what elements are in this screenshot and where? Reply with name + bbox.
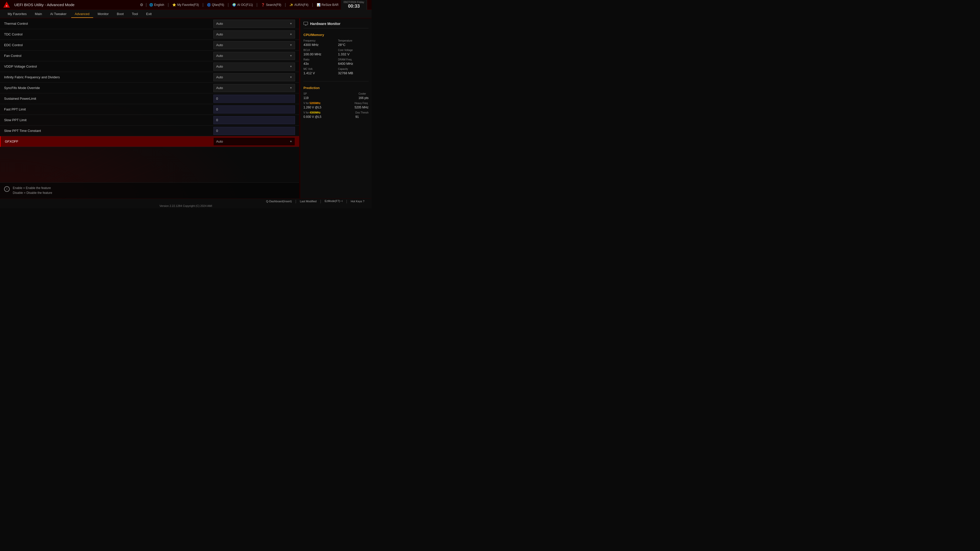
setting-label-slow-ppt-time: Slow PPT Time Constant xyxy=(4,129,213,133)
setting-control-thermal-control[interactable]: Auto ▼ xyxy=(213,20,295,28)
setting-label-tdc-control: TDC Control xyxy=(4,32,213,36)
dropdown-fan-control[interactable]: Auto ▼ xyxy=(213,52,295,60)
setting-control-vddp-voltage[interactable]: Auto ▼ xyxy=(213,62,295,71)
time-display: 00:33 xyxy=(348,3,360,9)
input-sustained-powerlimit[interactable]: 0 xyxy=(213,95,295,103)
setting-row-infinity-fabric[interactable]: Infinity Fabric Frequency and Dividers A… xyxy=(0,72,299,83)
date-display: 09/27/2024 Friday xyxy=(344,1,364,3)
input-slow-ppt-time[interactable]: 0 xyxy=(213,127,295,135)
nav-exit[interactable]: Exit xyxy=(142,11,155,17)
setting-row-sustained-powerlimit[interactable]: Sustained PowerLimit 0 xyxy=(0,94,299,104)
nav-advanced[interactable]: Advanced xyxy=(71,11,93,18)
toolbar-english[interactable]: 🌐 English xyxy=(149,3,164,6)
setting-row-fan-control[interactable]: Fan Control Auto ▼ xyxy=(0,51,299,61)
toolbar-my-favorite[interactable]: ⭐ My Favorite(F3) xyxy=(172,3,199,6)
status-bar-top: Q-Dashboard(Insert) | Last Modified | Ez… xyxy=(0,199,372,203)
setting-control-syncfifo[interactable]: Auto ▼ xyxy=(213,84,295,92)
nav-tool[interactable]: Tool xyxy=(128,11,142,17)
hw-core-voltage: Core Voltage 1.332 V xyxy=(338,49,369,56)
nav-monitor[interactable]: Monitor xyxy=(94,11,112,17)
setting-control-edc-control[interactable]: Auto ▼ xyxy=(213,41,295,49)
hw-monitor-panel: Hardware Monitor CPU/Memory Frequency 43… xyxy=(300,18,372,198)
setting-control-sustained-powerlimit[interactable]: 0 xyxy=(213,95,295,103)
star-icon: ⭐ xyxy=(172,3,176,6)
dropdown-gfxoff[interactable]: Auto ▼ xyxy=(213,138,295,146)
info-box: i Enable = Enable the feature Disable = … xyxy=(0,183,299,198)
dropdown-syncfifo[interactable]: Auto ▼ xyxy=(213,84,295,92)
status-bar: Q-Dashboard(Insert) | Last Modified | Ez… xyxy=(0,198,372,208)
setting-label-infinity-fabric: Infinity Fabric Frequency and Dividers xyxy=(4,75,213,79)
hw-cpu-memory-title: CPU/Memory xyxy=(304,33,369,37)
setting-row-thermal-control[interactable]: Thermal Control Auto ▼ xyxy=(0,18,299,29)
dropdown-vddp-voltage[interactable]: Auto ▼ xyxy=(213,62,295,71)
settings-icon[interactable]: ⚙ xyxy=(140,3,143,7)
pred-row-v5205: V for 5205MHz 1.260 V @L5 Heavy Freq 520… xyxy=(304,102,369,109)
status-hot-keys[interactable]: Hot Keys ? xyxy=(348,200,368,203)
ai-icon: 🌍 xyxy=(232,3,236,6)
version-text: Version 2.22.1284 Copyright (C) 2024 AMI xyxy=(159,204,212,207)
svg-text:R: R xyxy=(6,5,7,7)
toolbar-ai-oc[interactable]: 🌍 AI OC(F11) xyxy=(232,3,253,6)
dropdown-tdc-control[interactable]: Auto ▼ xyxy=(213,30,295,38)
setting-row-vddp-voltage[interactable]: VDDP Voltage Control Auto ▼ xyxy=(0,61,299,72)
fan-icon: 🌀 xyxy=(207,3,211,6)
setting-label-gfxoff: GFXOFF xyxy=(5,140,213,143)
setting-label-sustained-powerlimit: Sustained PowerLimit xyxy=(4,97,213,100)
top-bar: R UEFI BIOS Utility - Advanced Mode ⚙ | … xyxy=(0,0,372,10)
pred-row-sp-cooler: SP 119 Cooler 166 pts xyxy=(304,92,369,100)
setting-control-tdc-control[interactable]: Auto ▼ xyxy=(213,30,295,38)
setting-row-syncfifo[interactable]: SyncFifo Mode Override Auto ▼ xyxy=(0,83,299,94)
info-text: Enable = Enable the feature Disable = Di… xyxy=(13,186,52,195)
setting-control-slow-ppt-time[interactable]: 0 xyxy=(213,127,295,135)
pred-v-4300: V for 4300MHz 0.930 V @L5 xyxy=(304,111,321,119)
setting-row-slow-ppt-time[interactable]: Slow PPT Time Constant 0 xyxy=(0,125,299,136)
toolbar-aura[interactable]: ✨ AURA(F4) xyxy=(290,3,308,6)
dropdown-edc-control[interactable]: Auto ▼ xyxy=(213,41,295,49)
setting-control-fan-control[interactable]: Auto ▼ xyxy=(213,52,295,60)
monitor-icon xyxy=(304,21,308,26)
dropdown-thermal-control[interactable]: Auto ▼ xyxy=(213,20,295,28)
status-qdashboard[interactable]: Q-Dashboard(Insert) xyxy=(263,200,295,203)
toolbar-resize-bar[interactable]: 📊 ReSize BAR xyxy=(317,3,339,6)
hw-ratio: Ratio 43x xyxy=(304,58,334,65)
datetime-display: 09/27/2024 Friday 00:33 xyxy=(341,0,367,10)
nav-ai-tweaker[interactable]: Ai Tweaker xyxy=(47,11,70,17)
aura-icon: ✨ xyxy=(290,3,293,6)
setting-control-fast-ppt[interactable]: 0 xyxy=(213,105,295,114)
setting-row-fast-ppt[interactable]: Fast PPT Limit 0 xyxy=(0,104,299,115)
pred-row-v4300: V for 4300MHz 0.930 V @L5 Dos Thresh 91 xyxy=(304,111,369,119)
setting-control-gfxoff[interactable]: Auto ▼ xyxy=(213,138,295,146)
setting-control-slow-ppt[interactable]: 0 xyxy=(213,116,295,124)
prediction-section: Prediction SP 119 Cooler 166 pts V for 5… xyxy=(304,85,369,121)
hw-capacity: Capacity 32768 MB xyxy=(338,68,369,75)
nav-bar: My Favorites Main Ai Tweaker Advanced Mo… xyxy=(0,10,372,18)
nav-my-favorites[interactable]: My Favorites xyxy=(4,11,30,17)
info-icon: i xyxy=(4,186,10,192)
setting-row-slow-ppt[interactable]: Slow PPT Limit 0 xyxy=(0,115,299,125)
setting-label-fan-control: Fan Control xyxy=(4,54,213,58)
input-slow-ppt[interactable]: 0 xyxy=(213,116,295,124)
setting-label-vddp-voltage: VDDP Voltage Control xyxy=(4,65,213,68)
dropdown-infinity-fabric[interactable]: Auto ▼ xyxy=(213,73,295,81)
toolbar-search[interactable]: ❓ Search(F9) xyxy=(261,3,281,6)
status-bar-bottom: Version 2.22.1284 Copyright (C) 2024 AMI xyxy=(0,203,372,208)
toolbar-actions: 🌐 English | ⭐ My Favorite(F3) | 🌀 Qfan(F… xyxy=(149,3,339,7)
toolbar-qfan[interactable]: 🌀 Qfan(F6) xyxy=(207,3,224,6)
settings-panel: Thermal Control Auto ▼ TDC Control Auto … xyxy=(0,18,299,198)
setting-label-syncfifo: SyncFifo Mode Override xyxy=(4,86,213,90)
resize-icon: 📊 xyxy=(317,3,321,6)
hw-cpu-memory-grid: Frequency 4300 MHz Temperature 28°C BCLK… xyxy=(304,39,369,75)
chevron-down-icon: ▼ xyxy=(290,22,292,25)
input-fast-ppt[interactable]: 0 xyxy=(213,105,295,114)
nav-main[interactable]: Main xyxy=(31,11,45,17)
hw-dram-freq: DRAM Freq. 6400 MHz xyxy=(338,58,369,65)
status-ezmode[interactable]: EzMode(F7)⊣ xyxy=(321,200,346,203)
setting-row-gfxoff[interactable]: GFXOFF Auto ▼ xyxy=(0,136,299,147)
setting-label-fast-ppt: Fast PPT Limit xyxy=(4,107,213,111)
nav-boot[interactable]: Boot xyxy=(113,11,127,17)
hw-monitor-title: Hardware Monitor xyxy=(304,21,369,28)
setting-row-tdc-control[interactable]: TDC Control Auto ▼ xyxy=(0,29,299,40)
setting-row-edc-control[interactable]: EDC Control Auto ▼ xyxy=(0,40,299,51)
status-last-modified[interactable]: Last Modified xyxy=(297,200,320,203)
setting-control-infinity-fabric[interactable]: Auto ▼ xyxy=(213,73,295,81)
